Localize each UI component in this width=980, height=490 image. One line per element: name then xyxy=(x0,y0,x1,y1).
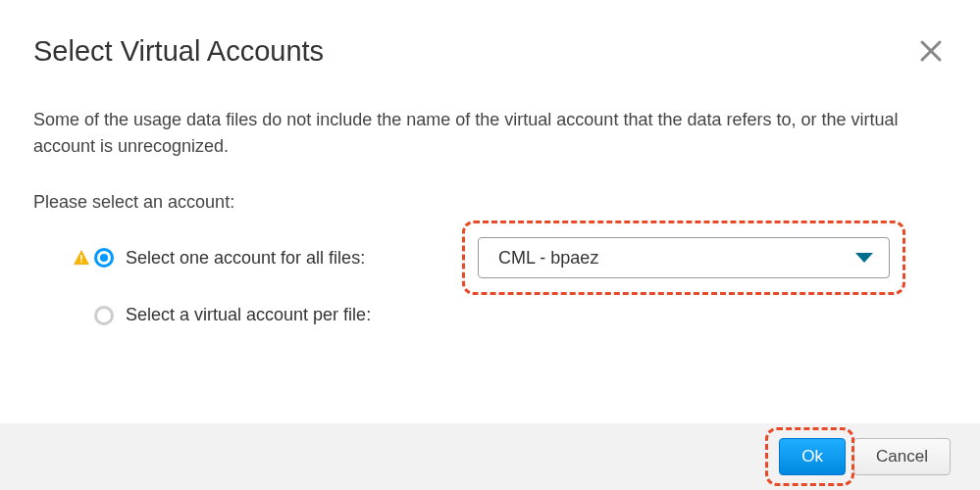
select-virtual-accounts-modal: Select Virtual Accounts Some of the usag… xyxy=(0,0,980,490)
warning-icon xyxy=(73,249,90,267)
option-per-file-row: Select a virtual account per file: xyxy=(33,302,947,328)
option-all-files-label: Select one account for all files: xyxy=(126,245,365,271)
modal-footer: Ok Cancel xyxy=(0,423,980,490)
account-dropdown-value: CML - bpaez xyxy=(498,245,598,271)
cancel-button[interactable]: Cancel xyxy=(853,438,951,475)
ok-button-wrap: Ok xyxy=(779,438,846,475)
close-icon xyxy=(919,39,943,63)
modal-header: Select Virtual Accounts xyxy=(0,0,980,68)
prompt-label: Please select an account: xyxy=(33,189,947,216)
radio-all-files[interactable] xyxy=(94,248,114,268)
option-per-file-label: Select a virtual account per file: xyxy=(126,302,371,328)
svg-rect-3 xyxy=(80,261,82,263)
caret-down-icon xyxy=(855,253,873,263)
option-per-file-left: Select a virtual account per file: xyxy=(33,302,478,328)
modal-title: Select Virtual Accounts xyxy=(33,35,324,68)
account-dropdown[interactable]: CML - bpaez xyxy=(478,237,890,278)
radio-per-file[interactable] xyxy=(94,306,114,325)
svg-rect-2 xyxy=(80,255,82,260)
modal-body: Some of the usage data files do not incl… xyxy=(0,68,980,423)
close-button[interactable] xyxy=(915,35,947,67)
ok-button[interactable]: Ok xyxy=(779,438,846,475)
account-select-wrap: CML - bpaez xyxy=(478,237,890,278)
modal-description: Some of the usage data files do not incl… xyxy=(33,107,947,160)
option-all-files-left: Select one account for all files: xyxy=(33,245,478,271)
option-all-files-row: Select one account for all files: CML - … xyxy=(33,237,947,278)
